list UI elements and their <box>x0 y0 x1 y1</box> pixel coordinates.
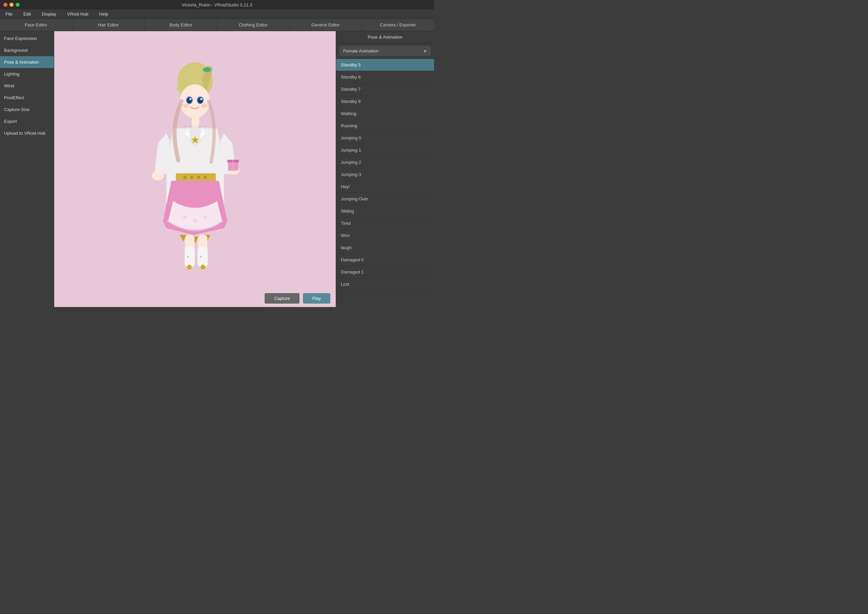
sidebar-item-background[interactable]: Background <box>0 44 54 56</box>
tab-face-editor[interactable]: Face Editor <box>0 19 73 31</box>
tab-general-editor[interactable]: General Editor <box>290 19 362 31</box>
sidebar-item-wind[interactable]: Wind <box>0 80 54 92</box>
sidebar-item-export[interactable]: Export <box>0 115 54 127</box>
sidebar-item-lighting[interactable]: Lighting <box>0 68 54 80</box>
anim-item-jumping-over[interactable]: Jumping Over <box>336 193 434 205</box>
character-display: ✦ ✦ <box>139 45 251 276</box>
svg-rect-22 <box>176 173 216 181</box>
anim-item-jumping3[interactable]: Jumping 3 <box>336 169 434 181</box>
anim-item-lost[interactable]: Lost <box>336 278 434 290</box>
animation-list: Standby 5 Standby 6 Standby 7 Standby 8 … <box>336 59 434 307</box>
svg-point-13 <box>183 104 190 108</box>
svg-rect-15 <box>192 116 199 126</box>
dropdown-container: Female Animation Male Animation ▼ <box>336 43 434 59</box>
svg-point-14 <box>201 104 208 108</box>
anim-item-jumping1[interactable]: Jumping 1 <box>336 144 434 157</box>
svg-point-17 <box>152 171 164 180</box>
animation-category-dropdown[interactable]: Female Animation Male Animation <box>339 46 431 56</box>
svg-point-26 <box>204 176 207 179</box>
sidebar-item-face-expression[interactable]: Face Expression <box>0 33 54 44</box>
menu-display[interactable]: Display <box>40 11 58 17</box>
titlebar: Victoria_Rubin - VRoidStudio 0.11.3 <box>0 0 434 9</box>
maximize-button[interactable] <box>16 3 20 7</box>
menu-vroid-hub[interactable]: VRoid Hub <box>65 11 90 17</box>
menu-edit[interactable]: Edit <box>21 11 33 17</box>
tabbar: Face Editor Hair Editor Body Editor Clot… <box>0 19 434 31</box>
menu-file[interactable]: File <box>3 11 15 17</box>
sidebar: Face Expression Background Pose & Animat… <box>0 31 54 307</box>
anim-item-walking[interactable]: Walking <box>336 108 434 120</box>
svg-point-23 <box>183 176 187 179</box>
character-area: ✦ ✦ <box>54 31 336 290</box>
anim-item-jumping0[interactable]: Jumping 0 <box>336 132 434 144</box>
svg-point-25 <box>197 176 200 179</box>
svg-point-24 <box>190 176 193 179</box>
sidebar-item-posteffect[interactable]: PostEffect <box>0 92 54 104</box>
minimize-button[interactable] <box>9 3 14 7</box>
viewport-buttons: Capture Play <box>54 290 336 307</box>
tab-camera-exporter[interactable]: Camera / Exporter <box>362 19 434 31</box>
tab-body-editor[interactable]: Body Editor <box>145 19 217 31</box>
capture-button[interactable]: Capture <box>264 293 299 304</box>
anim-item-tired[interactable]: Tired <box>336 217 434 229</box>
tab-hair-editor[interactable]: Hair Editor <box>73 19 145 31</box>
svg-text:✦: ✦ <box>187 255 190 259</box>
window-title: Victoria_Rubin - VRoidStudio 0.11.3 <box>182 2 252 8</box>
anim-item-standby8[interactable]: Standby 8 <box>336 95 434 108</box>
close-button[interactable] <box>3 3 8 7</box>
svg-text:✦: ✦ <box>199 255 202 259</box>
sidebar-item-upload-vroid-hub[interactable]: Upload to VRoid Hub <box>0 127 54 139</box>
svg-rect-36 <box>198 247 208 267</box>
viewport: ✦ ✦ Capture Play <box>54 31 336 307</box>
anim-item-damaged1[interactable]: Damaged 1 <box>336 266 434 278</box>
anim-item-won[interactable]: Won <box>336 229 434 242</box>
anim-item-damaged0[interactable]: Damaged 0 <box>336 254 434 266</box>
window-controls <box>3 3 20 7</box>
animation-dropdown-wrapper: Female Animation Male Animation ▼ <box>339 46 431 56</box>
anim-item-jumping2[interactable]: Jumping 2 <box>336 157 434 169</box>
menubar: File Edit Display VRoid Hub Help <box>0 9 434 19</box>
sidebar-item-pose-animation[interactable]: Pose & Animation <box>0 56 54 68</box>
anim-item-standby5[interactable]: Standby 5 <box>336 59 434 71</box>
play-button[interactable]: Play <box>303 293 330 304</box>
svg-point-40 <box>201 265 205 270</box>
panel-title: Pose & Animation <box>336 31 434 43</box>
svg-point-11 <box>190 98 191 100</box>
svg-point-2 <box>203 67 211 72</box>
anim-item-sliding[interactable]: Sliding <box>336 205 434 217</box>
svg-point-12 <box>200 98 202 100</box>
svg-point-39 <box>187 265 192 270</box>
svg-point-6 <box>180 84 210 118</box>
anim-item-laugh[interactable]: laugh <box>336 242 434 254</box>
sidebar-item-capture-size[interactable]: Capture Size <box>0 104 54 115</box>
anim-item-standby7[interactable]: Standby 7 <box>336 83 434 95</box>
anim-item-standby6[interactable]: Standby 6 <box>336 71 434 83</box>
tab-clothing-editor[interactable]: Clothing Editor <box>217 19 290 31</box>
right-panel: Pose & Animation Female Animation Male A… <box>336 31 434 307</box>
menu-help[interactable]: Help <box>97 11 110 17</box>
anim-item-hey[interactable]: Hey! <box>336 181 434 193</box>
svg-rect-35 <box>185 247 195 267</box>
anim-item-running[interactable]: Running <box>336 120 434 132</box>
main-content: Face Expression Background Pose & Animat… <box>0 31 434 307</box>
